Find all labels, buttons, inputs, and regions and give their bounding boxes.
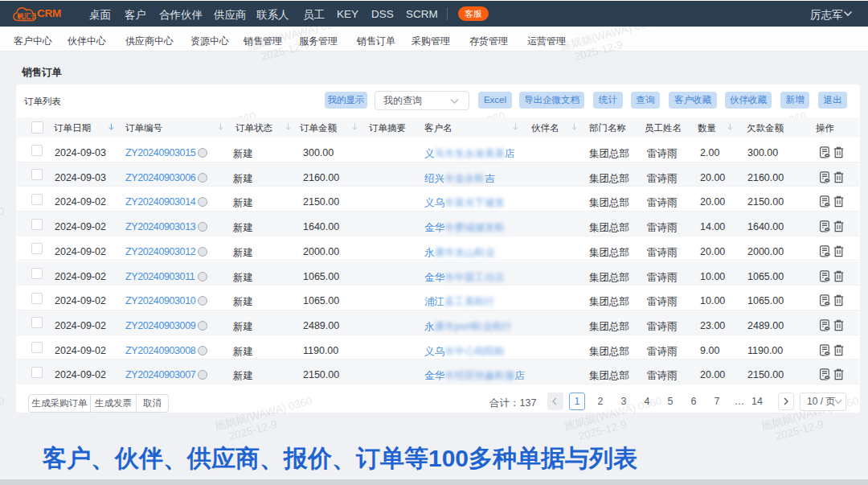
svg-text:帆汇云: 帆汇云	[18, 12, 37, 20]
